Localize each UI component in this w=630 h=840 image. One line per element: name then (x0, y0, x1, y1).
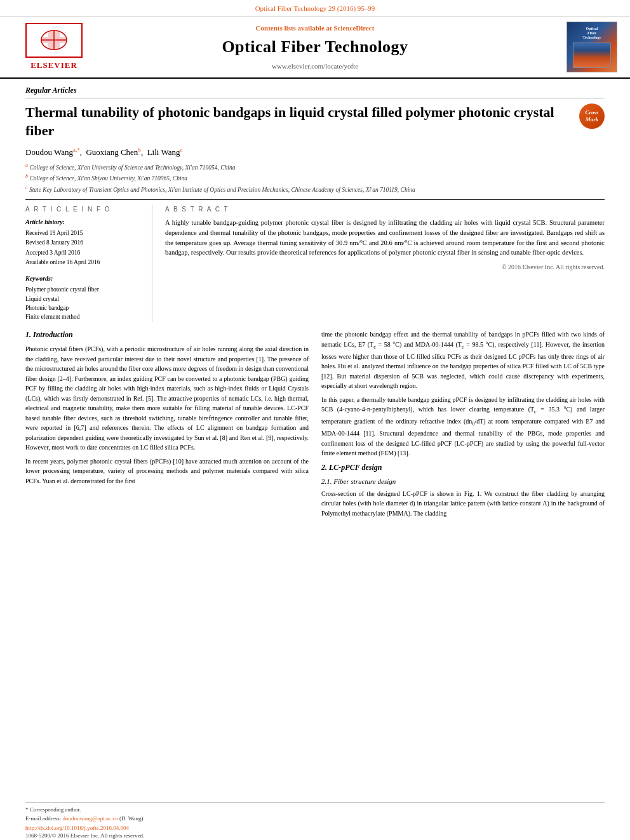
section2-text: Cross-section of the designed LC-pPCF is… (321, 489, 605, 519)
journal-cover-thumbnail: OpticalFiberTechnology (566, 22, 617, 72)
issn-line: 1068-5200/© 2016 Elsevier Inc. All right… (25, 832, 605, 840)
body-two-columns: 1. Introduction Photonic crystal fibers … (25, 330, 605, 522)
received-date: Received 19 April 2015 (25, 229, 142, 237)
available-date: Available online 16 April 2016 (25, 258, 142, 267)
copyright-line: © 2016 Elsevier Inc. All rights reserved… (165, 263, 605, 272)
author-3: Lili Wang (147, 148, 180, 157)
article-title-row: Thermal tunability of photonic bandgaps … (25, 103, 605, 140)
elsevier-emblem (25, 23, 83, 58)
keywords-section: Keywords: Polymer photonic crystal fiber… (25, 274, 142, 321)
abstract-header: A B S T R A C T (165, 205, 605, 214)
elsevier-logo: ELSEVIER (13, 23, 95, 71)
article-title: Thermal tunability of photonic bandgaps … (25, 103, 579, 140)
body-left-column: 1. Introduction Photonic crystal fibers … (25, 330, 309, 522)
email-link[interactable]: doudouwang@opt.ac.cn (62, 815, 117, 822)
section-label: Regular Articles (25, 85, 605, 98)
intro-para-1: Photonic crystal fibers (PCFs), with a p… (25, 344, 309, 453)
article-info-header: A R T I C L E I N F O (25, 205, 142, 214)
journal-header: ELSEVIER Contents lists available at Sci… (0, 17, 630, 79)
affil-2: b College of Science, Xi'an Shiyou Unive… (25, 173, 605, 183)
section2-subtitle: 2.1. Fiber structure design (321, 477, 605, 486)
abstract-text: A highly tunable bandgap-guiding polymer… (165, 218, 605, 258)
doi-line: http://dx.doi.org/10.1016/j.yofte.2016.0… (25, 824, 605, 832)
keyword-1: Polymer photonic crystal fiber (25, 286, 142, 294)
article-content: Regular Articles Thermal tunability of p… (0, 79, 630, 795)
header-right: OpticalFiberTechnology (535, 22, 617, 72)
revised-date: Revised 8 January 2016 (25, 239, 142, 247)
article-history-title: Article history: (25, 218, 142, 227)
svg-point-7 (48, 41, 60, 50)
intro-para-3: time the photonic bandgap effect and the… (321, 330, 605, 390)
corresponding-footnote: * Corresponding author. (25, 806, 605, 814)
section1-title: 1. Introduction (25, 330, 309, 340)
keyword-4: Finite element method (25, 313, 142, 321)
cover-title: OpticalFiberTechnology (582, 27, 601, 41)
page: Optical Fiber Technology 29 (2016) 95–99 (0, 0, 630, 840)
article-info-abstract: A R T I C L E I N F O Article history: R… (25, 199, 605, 322)
intro-para-2: In recent years, polymer photonic crysta… (25, 457, 309, 486)
elsevier-logo-area: ELSEVIER (13, 23, 95, 71)
article-info-column: A R T I C L E I N F O Article history: R… (25, 205, 152, 322)
author-2: Guoxiang Chen (86, 148, 138, 157)
abstract-column: A B S T R A C T A highly tunable bandgap… (165, 205, 605, 322)
keyword-2: Liquid crystal (25, 295, 142, 303)
journal-citation: Optical Fiber Technology 29 (2016) 95–99 (255, 4, 375, 12)
body-right-column: time the photonic bandgap effect and the… (321, 330, 605, 522)
author-1-sup: a,* (73, 147, 80, 153)
affil-3: c State Key Laboratory of Transient Opti… (25, 184, 605, 194)
doi-link[interactable]: http://dx.doi.org/10.1016/j.yofte.2016.0… (25, 825, 129, 831)
crossmark-logo: CrossMark (579, 103, 605, 129)
footer-area: * Corresponding author. E-mail address: … (25, 802, 605, 840)
journal-title: Optical Fiber Technology (95, 36, 535, 58)
authors-line: Doudou Wanga,*, Guoxiang Chenb, Lili Wan… (25, 146, 605, 159)
section2-title: 2. LC-pPCF design (321, 462, 605, 473)
author-2-sup: b (138, 147, 141, 153)
journal-url: www.elsevier.com/locate/yofte (95, 62, 535, 71)
email-footnote: E-mail address: doudouwang@opt.ac.cn (D.… (25, 815, 605, 823)
crossmark-text: CrossMark (585, 109, 598, 123)
header-center: Contents lists available at ScienceDirec… (95, 23, 535, 71)
journal-citation-bar: Optical Fiber Technology 29 (2016) 95–99 (0, 0, 630, 17)
affil-1: a College of Science, Xi'an University o… (25, 162, 605, 172)
sciencedirect-line: Contents lists available at ScienceDirec… (95, 23, 535, 33)
author-1: Doudou Wang (25, 148, 73, 157)
keywords-title: Keywords: (25, 274, 142, 283)
elsevier-emblem-svg (29, 26, 79, 55)
author-3-sup: c (180, 147, 182, 153)
affiliations: a College of Science, Xi'an University o… (25, 162, 605, 194)
accepted-date: Accepted 3 April 2016 (25, 249, 142, 257)
elsevier-wordmark: ELSEVIER (30, 60, 77, 71)
keyword-3: Photonic bandgap (25, 304, 142, 312)
intro-para-4: In this paper, a thermally tunable bandg… (321, 395, 605, 458)
abstract-paragraph: A highly tunable bandgap-guiding polymer… (165, 218, 605, 258)
